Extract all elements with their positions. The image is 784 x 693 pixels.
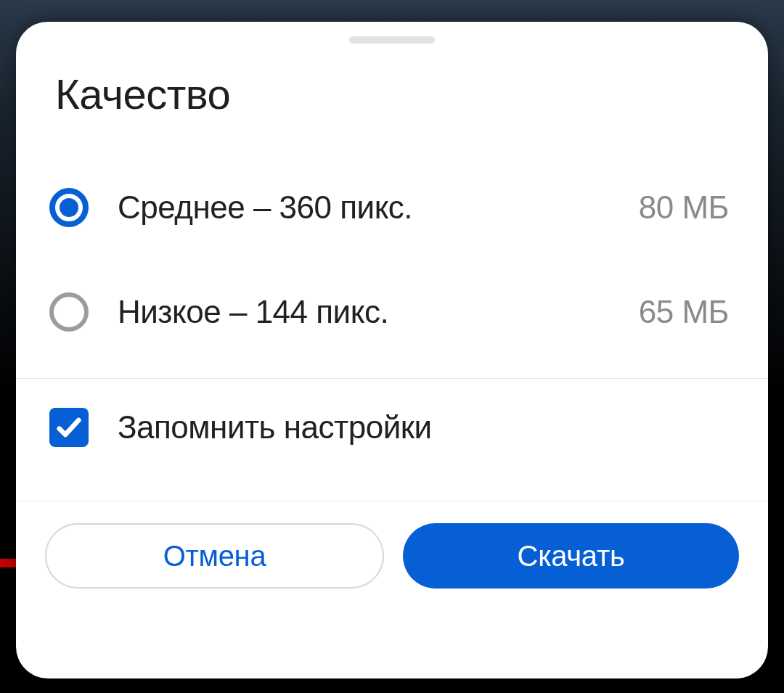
checkbox-checked-icon <box>49 408 89 447</box>
cancel-button[interactable]: Отмена <box>45 523 384 589</box>
option-label: Низкое – 144 пикс. <box>118 294 610 330</box>
option-label: Среднее – 360 пикс. <box>118 189 610 226</box>
drag-handle[interactable] <box>349 36 435 44</box>
radio-selected-icon <box>49 188 89 227</box>
remember-settings-row[interactable]: Запомнить настройки <box>16 379 768 476</box>
download-button[interactable]: Скачать <box>403 523 739 589</box>
sheet-title: Качество <box>16 70 768 118</box>
quality-option-medium[interactable]: Среднее – 360 пикс. 80 МБ <box>16 166 768 249</box>
quality-bottom-sheet: Качество Среднее – 360 пикс. 80 МБ Низко… <box>16 22 768 678</box>
quality-options: Среднее – 360 пикс. 80 МБ Низкое – 144 п… <box>16 166 768 353</box>
option-size: 65 МБ <box>639 294 729 330</box>
radio-unselected-icon <box>49 292 89 332</box>
action-row: Отмена Скачать <box>16 501 768 615</box>
quality-option-low[interactable]: Низкое – 144 пикс. 65 МБ <box>16 271 768 353</box>
option-size: 80 МБ <box>639 189 729 226</box>
remember-label: Запомнить настройки <box>118 409 432 446</box>
